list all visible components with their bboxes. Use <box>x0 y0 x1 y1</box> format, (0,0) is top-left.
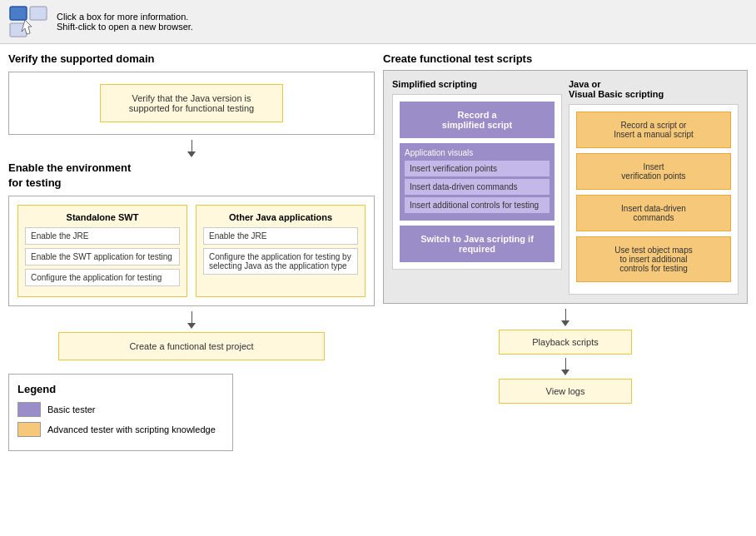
application-visuals-box: Application visuals Insert verification … <box>400 143 555 221</box>
other-java-item-1[interactable]: Enable the JRE <box>203 227 358 245</box>
view-logs-box[interactable]: View logs <box>499 379 632 404</box>
topbar-instructions: Click a box for more information. Shift-… <box>57 12 193 32</box>
jvb-area: Record a script orInsert a manual script… <box>569 104 739 295</box>
arrow-to-logs <box>561 358 569 375</box>
legend-item-advanced: Advanced tester with scripting knowledge <box>17 422 224 437</box>
vert-line-4 <box>565 358 566 370</box>
legend-swatch-purple <box>17 402 41 417</box>
main-content: Verify the supported domain Verify that … <box>0 44 756 534</box>
arrow-tip-3 <box>561 320 569 326</box>
arrow-tip-1 <box>187 151 196 157</box>
insert-data-driven-jvb[interactable]: Insert data-drivencommands <box>576 195 731 231</box>
topbar-line2: Shift-click to open a new browser. <box>57 22 193 32</box>
standalone-col: Standalone SWT Enable the JRE Enable the… <box>17 205 187 297</box>
verify-domain-title: Verify the supported domain <box>8 52 375 65</box>
simplified-col: Simplified scripting Record asimplified … <box>392 79 562 295</box>
standalone-item-1[interactable]: Enable the JRE <box>25 227 180 245</box>
svg-rect-0 <box>10 7 27 20</box>
arrow-tip-4 <box>561 370 569 375</box>
insert-data-driven-simplified[interactable]: Insert data-driven commands <box>405 179 550 195</box>
jvb-col: Java or Visual Basic scripting Record a … <box>569 79 739 295</box>
record-script-box[interactable]: Record a script orInsert a manual script <box>576 112 731 148</box>
simplified-title: Simplified scripting <box>392 79 562 89</box>
playback-wrapper: Playback scripts <box>383 328 748 356</box>
vert-line-1 <box>191 140 192 151</box>
app-icon <box>8 5 48 38</box>
create-scripts-area: Simplified scripting Record asimplified … <box>383 70 748 304</box>
jvb-title: Java or Visual Basic scripting <box>569 79 739 99</box>
vert-line-2 <box>191 311 192 323</box>
view-logs-wrapper: View logs <box>383 377 748 405</box>
topbar: Click a box for more information. Shift-… <box>0 0 756 44</box>
arrow-to-playback-wrapper <box>383 309 748 326</box>
verify-box[interactable]: Verify that the Java version is supporte… <box>100 84 283 122</box>
create-scripts-title: Create functional test scripts <box>383 52 748 65</box>
insert-additional-simplified[interactable]: Insert additional controls for testing <box>405 197 550 213</box>
standalone-item-3[interactable]: Configure the application for testing <box>25 269 180 286</box>
insert-verif-jvb[interactable]: Insertverification points <box>576 153 731 190</box>
simplified-area: Record asimplified script Application vi… <box>392 94 562 270</box>
standalone-item-2[interactable]: Enable the SWT application for testing <box>25 248 180 266</box>
other-java-item-2[interactable]: Configure the application for testing by… <box>203 248 358 275</box>
record-simplified-box[interactable]: Record asimplified script <box>400 102 555 138</box>
arrow-to-playback <box>561 309 569 326</box>
enable-env-section: Standalone SWT Enable the JRE Enable the… <box>8 196 375 306</box>
legend: Legend Basic tester Advanced tester with… <box>8 374 233 451</box>
svg-rect-1 <box>30 7 47 20</box>
verify-domain-section: Verify that the Java version is supporte… <box>8 72 375 135</box>
left-panel: Verify the supported domain Verify that … <box>8 52 375 525</box>
insert-verif-simplified[interactable]: Insert verification points <box>405 161 550 176</box>
arrow-enable-to-project <box>8 311 375 329</box>
playback-box[interactable]: Playback scripts <box>499 330 632 355</box>
legend-label-basic: Basic tester <box>47 404 95 414</box>
scripts-cols: Simplified scripting Record asimplified … <box>392 79 739 295</box>
arrow-to-logs-wrapper <box>383 358 748 375</box>
legend-label-advanced: Advanced tester with scripting knowledge <box>47 424 216 434</box>
legend-title: Legend <box>17 383 224 395</box>
legend-swatch-orange <box>17 422 41 437</box>
arrow-tip-2 <box>187 323 196 329</box>
other-java-title: Other Java applications <box>203 212 358 222</box>
functional-project-wrapper: Create a functional test project <box>8 332 375 360</box>
standalone-title: Standalone SWT <box>25 212 180 222</box>
functional-project-box[interactable]: Create a functional test project <box>58 332 325 360</box>
enable-env-title: Enable the environment for testing <box>8 161 375 191</box>
right-panel: Create functional test scripts Simplifie… <box>383 52 748 525</box>
vert-line-3 <box>565 309 566 320</box>
switch-java-box[interactable]: Switch to Java scripting if required <box>400 226 555 262</box>
arrow-verify-to-enable <box>8 140 375 157</box>
legend-item-basic: Basic tester <box>17 402 224 417</box>
use-test-object-maps[interactable]: Use test object mapsto insert additional… <box>576 236 731 282</box>
visuals-title: Application visuals <box>405 148 550 157</box>
other-java-col: Other Java applications Enable the JRE C… <box>196 205 366 297</box>
topbar-line1: Click a box for more information. <box>57 12 193 22</box>
env-cols: Standalone SWT Enable the JRE Enable the… <box>17 205 366 297</box>
